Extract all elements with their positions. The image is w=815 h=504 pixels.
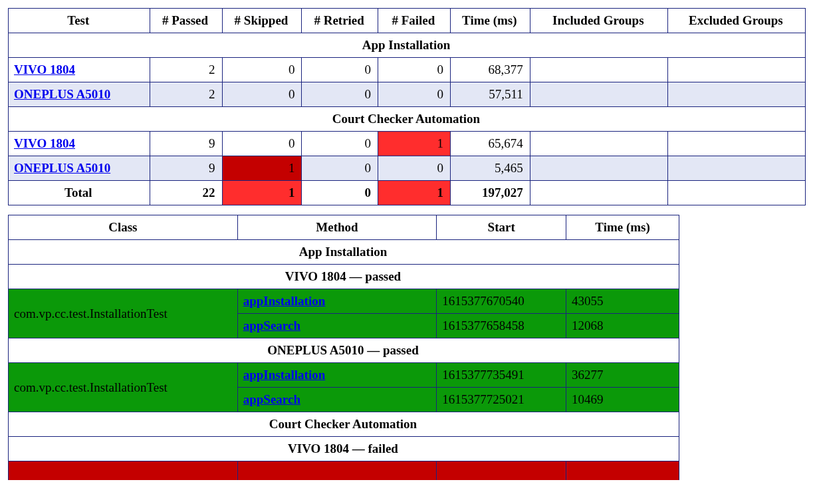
- method-cell: appInstallation: [237, 289, 437, 314]
- total-cell: 1: [222, 181, 302, 205]
- device-heading-row: ONEPLUS A5010 — passed: [9, 338, 679, 363]
- summary-cell: [530, 156, 667, 181]
- details-section-title: App Installation: [9, 240, 679, 265]
- summary-data-row: VIVO 1804900165,674: [9, 132, 806, 156]
- total-cell: 22: [150, 181, 222, 205]
- method-link[interactable]: appInstallation: [243, 368, 326, 382]
- start-cell: 1615377670540: [437, 289, 566, 314]
- summary-cell: 57,511: [450, 82, 530, 107]
- summary-cell: 2: [150, 82, 222, 107]
- summary-cell: 0: [378, 82, 450, 107]
- total-cell: 1: [378, 181, 450, 205]
- summary-data-row: VIVO 1804200068,377: [9, 58, 806, 82]
- details-header-row: Class Method Start Time (ms): [9, 215, 679, 240]
- total-cell: [530, 181, 667, 205]
- summary-cell: [667, 58, 805, 82]
- method-row: com.vp.cc.test.InstallationTestappInstal…: [9, 363, 679, 388]
- summary-cell: [530, 82, 667, 107]
- col-retried: # Retried: [302, 9, 378, 33]
- device-heading-row: VIVO 1804 — failed: [9, 437, 679, 461]
- summary-cell: 0: [222, 132, 302, 156]
- summary-section-row: App Installation: [9, 33, 806, 58]
- col-start: Start: [437, 215, 566, 240]
- summary-cell: 0: [222, 82, 302, 107]
- summary-total-row: Total22101197,027: [9, 181, 806, 205]
- summary-data-row: ONEPLUS A501091005,465: [9, 156, 806, 181]
- summary-table: Test # Passed # Skipped # Retried # Fail…: [8, 8, 806, 205]
- col-excluded: Excluded Groups: [667, 9, 805, 33]
- summary-cell: [530, 58, 667, 82]
- summary-cell: [667, 82, 805, 107]
- device-heading-row: VIVO 1804 — passed: [9, 265, 679, 289]
- col-passed: # Passed: [150, 9, 222, 33]
- summary-section-title: Court Checker Automation: [9, 107, 806, 132]
- time-cell: 36277: [566, 363, 679, 388]
- col-time: Time (ms): [450, 9, 530, 33]
- summary-cell: 0: [302, 156, 378, 181]
- summary-cell: 1: [378, 132, 450, 156]
- summary-cell: 0: [222, 58, 302, 82]
- details-section-title: Court Checker Automation: [9, 412, 679, 437]
- summary-cell: 0: [378, 58, 450, 82]
- col-skipped: # Skipped: [222, 9, 302, 33]
- total-cell: 0: [302, 181, 378, 205]
- device-heading: VIVO 1804 — passed: [9, 265, 679, 289]
- class-cell: com.vp.cc.test.InstallationTest: [9, 363, 238, 412]
- summary-cell: [667, 132, 805, 156]
- time-cell: 10469: [566, 388, 679, 412]
- summary-cell: 9: [150, 156, 222, 181]
- summary-cell: 0: [302, 132, 378, 156]
- details-table: Class Method Start Time (ms) App Install…: [8, 215, 679, 480]
- summary-cell: 1: [222, 156, 302, 181]
- start-cell: 1615377725021: [437, 388, 566, 412]
- start-cell: 1615377658458: [437, 314, 566, 338]
- device-link[interactable]: VIVO 1804: [14, 136, 75, 150]
- col-included: Included Groups: [530, 9, 667, 33]
- col-failed: # Failed: [378, 9, 450, 33]
- summary-cell: 65,674: [450, 132, 530, 156]
- details-section-row: App Installation: [9, 240, 679, 265]
- summary-section-title: App Installation: [9, 33, 806, 58]
- method-row: com.vp.cc.test.InstallationTestappInstal…: [9, 289, 679, 314]
- summary-cell: [530, 132, 667, 156]
- method-cell: appSearch: [237, 314, 437, 338]
- details-section-row: Court Checker Automation: [9, 412, 679, 437]
- failed-row-start: [9, 461, 679, 481]
- class-cell: com.vp.cc.test.InstallationTest: [9, 289, 238, 338]
- method-link[interactable]: appSearch: [243, 392, 300, 406]
- summary-data-row: ONEPLUS A5010200057,511: [9, 82, 806, 107]
- summary-cell: [667, 156, 805, 181]
- summary-cell: 0: [378, 156, 450, 181]
- total-cell: 197,027: [450, 181, 530, 205]
- time-cell: 12068: [566, 314, 679, 338]
- device-heading: VIVO 1804 — failed: [9, 437, 679, 461]
- col-class: Class: [9, 215, 238, 240]
- summary-cell: 2: [150, 58, 222, 82]
- summary-cell: 68,377: [450, 58, 530, 82]
- device-link[interactable]: VIVO 1804: [14, 63, 75, 76]
- method-cell: appInstallation: [237, 363, 437, 388]
- device-link[interactable]: ONEPLUS A5010: [14, 161, 110, 175]
- col-test: Test: [9, 9, 150, 33]
- device-link[interactable]: ONEPLUS A5010: [14, 87, 110, 101]
- summary-cell: 9: [150, 132, 222, 156]
- total-cell: [667, 181, 805, 205]
- summary-cell: 5,465: [450, 156, 530, 181]
- summary-header-row: Test # Passed # Skipped # Retried # Fail…: [9, 9, 806, 33]
- total-label: Total: [9, 181, 150, 205]
- col-method: Method: [237, 215, 437, 240]
- method-link[interactable]: appSearch: [243, 318, 300, 332]
- col-time-d: Time (ms): [566, 215, 679, 240]
- method-cell: appSearch: [237, 388, 437, 412]
- summary-cell: 0: [302, 82, 378, 107]
- time-cell: 43055: [566, 289, 679, 314]
- method-link[interactable]: appInstallation: [243, 294, 326, 308]
- summary-cell: 0: [302, 58, 378, 82]
- device-heading: ONEPLUS A5010 — passed: [9, 338, 679, 363]
- summary-section-row: Court Checker Automation: [9, 107, 806, 132]
- start-cell: 1615377735491: [437, 363, 566, 388]
